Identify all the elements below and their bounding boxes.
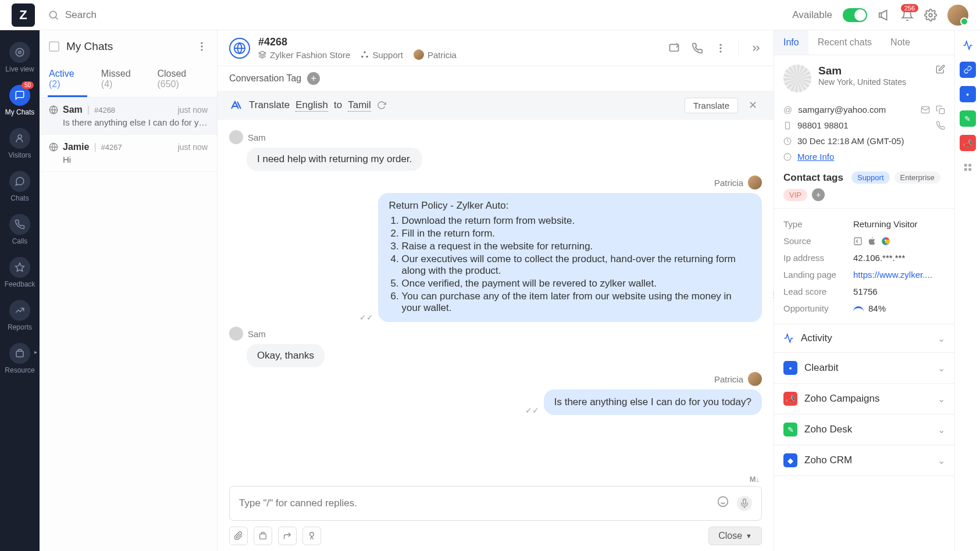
mail-icon[interactable]	[921, 105, 930, 115]
chevron-down-icon: ⌄	[938, 363, 945, 374]
read-receipt-icon: ✓✓	[359, 313, 373, 322]
app-logo[interactable]: Z	[12, 3, 35, 27]
message-input[interactable]	[239, 498, 717, 509]
chevron-down-icon: ⌄	[938, 393, 945, 405]
sam-avatar	[229, 130, 243, 144]
accordion-zoho-desk[interactable]: ✎ Zoho Desk ⌄	[774, 414, 954, 445]
left-navigation: Live view 50 My Chats Visitors Chats Cal…	[0, 30, 40, 551]
tab-info[interactable]: Info	[774, 30, 808, 55]
svg-rect-8	[16, 351, 23, 357]
svg-rect-45	[964, 168, 967, 171]
chat-item-sam[interactable]: Sam | #4268 just now Is there anything e…	[40, 98, 217, 135]
visitor-phone: 98801 98801	[797, 120, 849, 130]
visitor-type: Returning Visitor	[853, 219, 945, 229]
user-avatar[interactable]	[947, 5, 968, 26]
svg-rect-40	[854, 238, 861, 245]
activity-icon	[783, 333, 794, 344]
refresh-icon[interactable]	[377, 101, 386, 110]
accordion-activity[interactable]: Activity ⌄	[774, 324, 954, 353]
tag-support[interactable]: Support	[851, 171, 890, 184]
mic-icon[interactable]	[737, 496, 752, 511]
accordion-clearbit[interactable]: ▪ Clearbit ⌄	[774, 353, 954, 384]
copy-icon[interactable]	[936, 105, 945, 115]
tag-vip[interactable]: VIP	[783, 189, 807, 201]
tab-note[interactable]: Note	[881, 30, 920, 55]
translate-from-lang[interactable]: English	[295, 99, 328, 112]
add-contact-tag-button[interactable]: +	[812, 188, 825, 201]
edit-profile-icon[interactable]	[936, 65, 945, 74]
clearbit-icon: ▪	[783, 361, 797, 375]
search-input[interactable]	[65, 9, 792, 21]
rail-link-icon[interactable]	[960, 62, 976, 78]
nav-reports[interactable]: Reports	[0, 294, 40, 337]
rail-desk-icon[interactable]: ✎	[960, 110, 976, 127]
nav-live-view[interactable]: Live view	[0, 36, 40, 79]
accordion-zoho-campaigns[interactable]: 📣 Zoho Campaigns ⌄	[774, 384, 954, 414]
svg-rect-46	[968, 168, 971, 171]
visitor-avatar	[783, 65, 811, 92]
apple-icon	[867, 237, 876, 246]
drag-handle-icon[interactable]: ⋮	[770, 291, 777, 299]
tab-recent-chats[interactable]: Recent chats	[808, 30, 881, 55]
collapse-panel-icon[interactable]	[750, 42, 762, 54]
accordion-zoho-crm[interactable]: ◆ Zoho CRM ⌄	[774, 445, 954, 476]
nav-calls[interactable]: Calls	[0, 208, 40, 251]
nav-chats[interactable]: Chats	[0, 165, 40, 208]
message-visitor: I need help with returning my order.	[247, 148, 422, 171]
canned-icon[interactable]	[302, 527, 321, 545]
read-receipt-icon: ✓✓	[525, 406, 539, 415]
gauge-icon	[853, 306, 864, 312]
schedule-icon[interactable]	[254, 527, 272, 545]
more-info-link[interactable]: More Info	[797, 152, 834, 162]
call-action-icon[interactable]	[936, 121, 945, 130]
translate-button[interactable]: Translate	[685, 98, 738, 113]
landing-page-link[interactable]: https://www.zylker....	[853, 270, 945, 280]
call-icon[interactable]	[692, 42, 703, 54]
attach-icon[interactable]	[229, 527, 248, 545]
nav-visitors[interactable]: Visitors	[0, 122, 40, 165]
emoji-icon[interactable]	[717, 496, 729, 511]
announcement-icon[interactable]	[878, 9, 890, 22]
close-chat-button[interactable]: Close ▼	[708, 527, 762, 545]
svg-rect-34	[939, 109, 945, 114]
chat-list-more-icon[interactable]	[196, 41, 208, 52]
share-icon[interactable]	[668, 42, 680, 54]
close-translate-icon[interactable]: ✕	[744, 96, 762, 114]
rail-clearbit-icon[interactable]: ▪	[960, 86, 976, 102]
rail-apps-icon[interactable]	[960, 159, 976, 176]
nav-my-chats[interactable]: 50 My Chats	[0, 79, 40, 122]
notification-bell-icon[interactable]: 256	[901, 9, 914, 22]
svg-point-24	[719, 47, 721, 49]
svg-rect-29	[743, 499, 746, 505]
nav-feedback[interactable]: Feedback	[0, 251, 40, 294]
chevron-down-icon: ⌄	[938, 424, 945, 435]
forward-icon[interactable]	[278, 527, 297, 545]
globe-icon	[49, 105, 58, 115]
chat-item-jamie[interactable]: Jamie | #4267 just now Hi	[40, 135, 217, 172]
department-name: Support	[361, 50, 403, 60]
tab-missed[interactable]: Missed (4)	[100, 63, 144, 97]
notification-count-badge: 256	[901, 4, 918, 12]
svg-rect-44	[968, 164, 971, 167]
patricia-avatar	[748, 372, 762, 386]
tab-closed[interactable]: Closed (650)	[156, 63, 209, 97]
nav-resource[interactable]: ▸ Resource	[0, 337, 40, 380]
conversation-more-icon[interactable]	[715, 42, 726, 54]
markdown-indicator[interactable]: M↓	[229, 473, 762, 486]
tab-active[interactable]: Active (2)	[48, 63, 87, 97]
svg-point-0	[49, 11, 56, 18]
conversation-panel: #4268 Zylker Fashion Store Support Patri…	[218, 30, 774, 551]
add-tag-button[interactable]: +	[307, 72, 320, 85]
rail-campaigns-icon[interactable]: 📣	[960, 135, 976, 151]
svg-point-26	[718, 497, 728, 507]
visitor-name: Sam	[818, 65, 929, 77]
phone-icon	[783, 121, 792, 130]
translate-to-lang[interactable]: Tamil	[348, 99, 371, 112]
availability-toggle[interactable]	[843, 8, 867, 22]
rail-activity-icon[interactable]	[960, 37, 976, 53]
select-all-checkbox[interactable]	[49, 41, 59, 52]
settings-gear-icon[interactable]	[924, 9, 937, 22]
svg-line-1	[56, 17, 58, 19]
svg-point-11	[201, 49, 202, 51]
tag-enterprise[interactable]: Enterprise	[895, 171, 940, 184]
